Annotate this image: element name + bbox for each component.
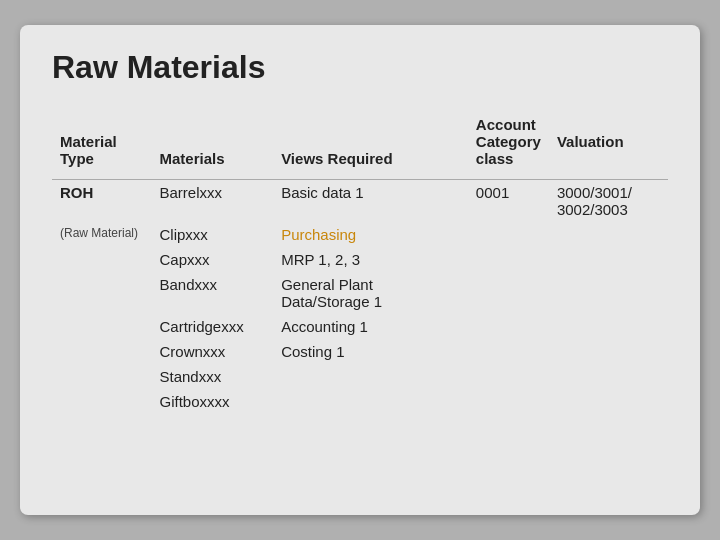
cell-valuation	[549, 389, 668, 414]
header-account-category: Account Category class	[468, 110, 549, 180]
cell-materials: Bandxxx	[152, 272, 274, 314]
cell-material-type	[52, 247, 152, 272]
cell-material-type	[52, 364, 152, 389]
cell-valuation	[549, 247, 668, 272]
cell-valuation	[549, 314, 668, 339]
cell-materials: Capxxx	[152, 247, 274, 272]
header-views-required: Views Required	[273, 110, 468, 180]
cell-materials: Crownxxx	[152, 339, 274, 364]
table-wrapper: Material Type Materials Views Required A…	[52, 110, 668, 414]
table-row: Giftboxxxx	[52, 389, 668, 414]
cell-valuation: 3000/3001/ 3002/3003	[549, 180, 668, 223]
cell-account	[468, 339, 549, 364]
cell-account	[468, 222, 549, 247]
cell-material-type: (Raw Material)	[52, 222, 152, 247]
cell-materials: Clipxxx	[152, 222, 274, 247]
cell-material-type	[52, 389, 152, 414]
header-materials: Materials	[152, 110, 274, 180]
cell-material-type: ROH	[52, 180, 152, 223]
cell-account	[468, 364, 549, 389]
cell-valuation	[549, 222, 668, 247]
cell-account	[468, 314, 549, 339]
cell-account	[468, 247, 549, 272]
cell-valuation	[549, 339, 668, 364]
cell-views: Accounting 1	[273, 314, 468, 339]
cell-valuation	[549, 272, 668, 314]
cell-views: MRP 1, 2, 3	[273, 247, 468, 272]
table-row: Standxxx	[52, 364, 668, 389]
table-row: BandxxxGeneral Plant Data/Storage 1	[52, 272, 668, 314]
main-table: Material Type Materials Views Required A…	[52, 110, 668, 414]
cell-views: Purchasing	[273, 222, 468, 247]
table-row: (Raw Material)ClipxxxPurchasing	[52, 222, 668, 247]
table-row: ROHBarrelxxxBasic data 100013000/3001/ 3…	[52, 180, 668, 223]
cell-material-type	[52, 314, 152, 339]
cell-views	[273, 364, 468, 389]
card: Raw Materials Material Type Materials Vi…	[20, 25, 700, 515]
table-row: CapxxxMRP 1, 2, 3	[52, 247, 668, 272]
cell-views: Costing 1	[273, 339, 468, 364]
cell-valuation	[549, 364, 668, 389]
cell-material-type	[52, 272, 152, 314]
cell-materials: Standxxx	[152, 364, 274, 389]
card-title: Raw Materials	[52, 49, 668, 86]
cell-account	[468, 272, 549, 314]
cell-account: 0001	[468, 180, 549, 223]
cell-views	[273, 389, 468, 414]
table-row: CrownxxxCosting 1	[52, 339, 668, 364]
cell-materials: Barrelxxx	[152, 180, 274, 223]
cell-account	[468, 389, 549, 414]
cell-materials: Cartridgexxx	[152, 314, 274, 339]
header-valuation-class: Valuation	[549, 110, 668, 180]
table-row: CartridgexxxAccounting 1	[52, 314, 668, 339]
cell-views: General Plant Data/Storage 1	[273, 272, 468, 314]
header-material-type: Material Type	[52, 110, 152, 180]
cell-materials: Giftboxxxx	[152, 389, 274, 414]
cell-views: Basic data 1	[273, 180, 468, 223]
cell-material-type	[52, 339, 152, 364]
